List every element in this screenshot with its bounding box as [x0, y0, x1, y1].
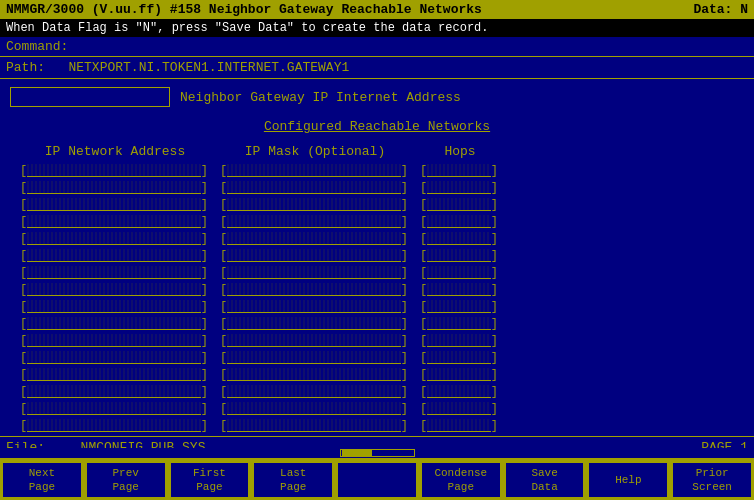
table-row[interactable]: [] [220, 214, 410, 229]
table-row[interactable]: [] [220, 350, 410, 365]
table-row[interactable]: [] [420, 384, 500, 399]
ip-network-column: [][][][][][][][][][][][][][][][] [20, 163, 210, 433]
data-columns: [][][][][][][][][][][][][][][][] [][][][… [10, 163, 744, 433]
table-row[interactable]: [] [220, 367, 410, 382]
table-row[interactable]: [] [420, 214, 500, 229]
table-row[interactable]: [] [20, 265, 210, 280]
col-header-ip-network: IP Network Address [20, 144, 210, 159]
fn-button-next[interactable]: NextPage [2, 462, 82, 498]
main-content: Neighbor Gateway IP Internet Address Con… [0, 79, 754, 441]
table-row[interactable]: [] [20, 367, 210, 382]
table-row[interactable]: [] [420, 316, 500, 331]
table-row[interactable]: [] [420, 197, 500, 212]
ip-address-row: Neighbor Gateway IP Internet Address [10, 87, 744, 107]
table-row[interactable]: [] [220, 401, 410, 416]
empty-button-4 [337, 462, 417, 498]
ip-address-label: Neighbor Gateway IP Internet Address [180, 90, 461, 105]
table-row[interactable]: [] [220, 333, 410, 348]
data-flag: Data: N [693, 2, 748, 17]
table-row[interactable]: [] [420, 180, 500, 195]
table-row[interactable]: [] [20, 180, 210, 195]
title-text: NMMGR/3000 (V.uu.ff) #158 Neighbor Gatew… [6, 2, 482, 17]
table-row[interactable]: [] [20, 282, 210, 297]
table-row[interactable]: [] [420, 333, 500, 348]
table-row[interactable]: [] [20, 299, 210, 314]
table-row[interactable]: [] [420, 299, 500, 314]
fn-button-save[interactable]: SaveData [505, 462, 585, 498]
fn-button-first[interactable]: FirstPage [170, 462, 250, 498]
table-row[interactable]: [] [220, 197, 410, 212]
table-row[interactable]: [] [220, 180, 410, 195]
table-row[interactable]: [] [220, 384, 410, 399]
table-row[interactable]: [] [420, 282, 500, 297]
scrollbar-thumb[interactable] [342, 450, 372, 456]
table-row[interactable]: [] [420, 248, 500, 263]
table-row[interactable]: [] [20, 384, 210, 399]
table-row[interactable]: [] [20, 248, 210, 263]
title-bar: NMMGR/3000 (V.uu.ff) #158 Neighbor Gatew… [0, 0, 754, 19]
scrollbar-area[interactable] [0, 448, 754, 458]
table-row[interactable]: [] [220, 248, 410, 263]
table-row[interactable]: [] [220, 299, 410, 314]
table-row[interactable]: [] [20, 333, 210, 348]
hops-column: [][][][][][][][][][][][][][][][] [420, 163, 500, 433]
table-row[interactable]: [] [20, 214, 210, 229]
table-row[interactable]: [] [220, 231, 410, 246]
fn-button-prev[interactable]: PrevPage [86, 462, 166, 498]
fn-button-prior[interactable]: PriorScreen [672, 462, 752, 498]
fn-button-condense[interactable]: CondensePage [421, 462, 501, 498]
table-row[interactable]: [] [420, 367, 500, 382]
table-row[interactable]: [] [20, 163, 210, 178]
scrollbar-track[interactable] [340, 449, 415, 457]
section-title: Configured Reachable Networks [10, 119, 744, 134]
table-row[interactable]: [] [20, 401, 210, 416]
table-row[interactable]: [] [420, 350, 500, 365]
fn-button-help[interactable]: Help [588, 462, 668, 498]
command-bar: Command: [0, 37, 754, 57]
table-row[interactable]: [] [420, 231, 500, 246]
table-row[interactable]: [] [220, 316, 410, 331]
ip-address-input[interactable] [10, 87, 170, 107]
table-row[interactable]: [] [20, 231, 210, 246]
info-bar: When Data Flag is "N", press "Save Data"… [0, 19, 754, 37]
table-row[interactable]: [] [20, 316, 210, 331]
columns-header: IP Network Address IP Mask (Optional) Ho… [10, 144, 744, 159]
table-row[interactable]: [] [220, 282, 410, 297]
table-row[interactable]: [] [20, 418, 210, 433]
table-row[interactable]: [] [220, 418, 410, 433]
table-row[interactable]: [] [220, 265, 410, 280]
button-row: NextPagePrevPageFirstPageLastPageCondens… [0, 458, 754, 500]
ip-mask-column: [][][][][][][][][][][][][][][][] [220, 163, 410, 433]
command-label: Command: [6, 39, 68, 54]
col-header-hops: Hops [420, 144, 500, 159]
table-row[interactable]: [] [20, 350, 210, 365]
col-header-ip-mask: IP Mask (Optional) [220, 144, 410, 159]
table-row[interactable]: [] [420, 418, 500, 433]
table-row[interactable]: [] [420, 401, 500, 416]
table-row[interactable]: [] [420, 265, 500, 280]
table-row[interactable]: [] [20, 197, 210, 212]
table-row[interactable]: [] [220, 163, 410, 178]
path-label: Path: [6, 60, 61, 75]
path-value: NETXPORT.NI.TOKEN1.INTERNET.GATEWAY1 [68, 60, 349, 75]
path-bar: Path: NETXPORT.NI.TOKEN1.INTERNET.GATEWA… [0, 57, 754, 79]
table-row[interactable]: [] [420, 163, 500, 178]
fn-button-last[interactable]: LastPage [253, 462, 333, 498]
